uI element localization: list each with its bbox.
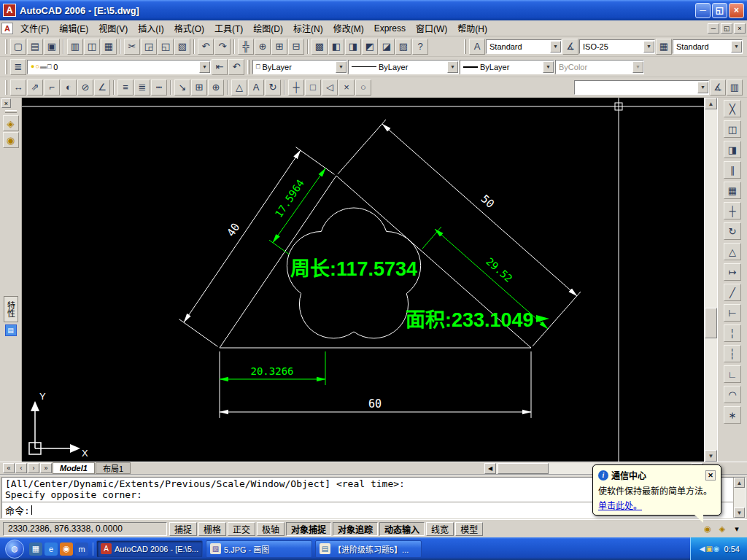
match-properties-icon[interactable]: ▧ [174,39,190,55]
open-icon[interactable]: ▤ [27,39,43,55]
text-style-combo[interactable]: Standard ▼ [486,39,562,54]
model-space-canvas[interactable]: 40 50 60 17.5964 29.52 20.3266 [22,98,704,462]
snap-endpoint-icon[interactable]: □ [305,79,321,96]
palette-icon[interactable]: ▤ [5,324,17,336]
vertical-scrollbar[interactable]: ▲ ▼ [704,98,717,462]
quick-dimension-icon[interactable]: ≡ [117,79,133,96]
make-object-layer-current-icon[interactable]: ⇤ [212,59,228,75]
menu-item[interactable]: 修改(M) [328,20,369,36]
toggle-lwt[interactable]: 线宽 [426,522,454,536]
dim40-text[interactable]: 40 [224,221,242,239]
scale-icon[interactable]: △ [724,243,741,260]
dimension-style-combo[interactable]: ▼ [574,80,709,95]
radius-dimension-icon[interactable]: ◐ [61,79,77,96]
scroll-up-icon[interactable]: ▲ [705,98,717,109]
break-icon[interactable]: ┆ [724,345,741,362]
dim40-line[interactable] [184,150,301,322]
move-icon[interactable]: ┼ [724,202,741,219]
scrollbar-track[interactable] [734,488,745,508]
menu-item[interactable]: 帮助(H) [452,20,492,36]
menu-item[interactable]: 工具(T) [209,20,248,36]
tab-nav-button[interactable]: ‹ [15,463,27,473]
dim29-text[interactable]: 29.52 [484,255,514,284]
fillet-icon[interactable]: ◠ [724,386,741,403]
break-at-point-icon[interactable]: ╎ [724,324,741,342]
tolerance-icon[interactable]: ⊞ [191,79,207,96]
dimension-style-icon[interactable]: ∡ [710,79,726,96]
designcenter-icon[interactable]: ◧ [328,39,344,55]
rotate-icon[interactable]: ↻ [724,222,741,240]
layer-translator-icon[interactable]: ▥ [727,79,743,96]
plot-preview-icon[interactable]: ◫ [84,39,100,55]
array-icon[interactable]: ▦ [724,182,741,199]
start-button[interactable]: ◍ [5,540,24,559]
inquiry-distance-icon[interactable]: ◈ [3,115,19,131]
drawing-file-icon[interactable]: A [1,23,13,34]
tray-security-icon[interactable]: ▣ [705,545,712,553]
zoom-realtime-icon[interactable]: ⊕ [255,39,271,55]
dim-style-combo[interactable]: ISO-25 ▼ [579,39,655,54]
qnew-icon[interactable]: ▢ [10,39,26,55]
quick-launch-msn-icon[interactable]: m [75,542,88,556]
command-scrollbar[interactable]: ▲ ▼ [733,478,745,518]
continue-dimension-icon[interactable]: ┅ [151,79,167,96]
mdi-restore-button[interactable]: ◱ [721,23,732,34]
pan-icon[interactable]: ╬ [238,39,254,55]
status-menu-icon[interactable]: ▾ [731,523,743,534]
zoom-previous-icon[interactable]: ⊟ [288,39,304,55]
redo-icon[interactable]: ↷ [214,39,231,55]
tab-nav-button[interactable]: › [28,463,39,473]
dimension-text-edit-icon[interactable]: A [248,79,264,96]
scrollbar-thumb[interactable] [498,463,549,474]
menu-item[interactable]: 窗口(W) [411,20,452,36]
balloon-link[interactable]: 单击此处。 [598,499,642,511]
quick-calc-icon[interactable]: ▨ [395,39,411,55]
markup-set-manager-icon[interactable]: ◪ [379,39,395,55]
toggle-model[interactable]: 模型 [455,522,483,536]
menu-item[interactable]: 文件(F) [15,20,54,36]
dim60-text[interactable]: 60 [368,397,382,411]
dim29-ext-line[interactable] [422,227,441,249]
layer-previous-icon[interactable]: ↶ [228,59,244,75]
chevron-down-icon[interactable]: ▼ [447,61,458,73]
snap-midpoint-icon[interactable]: ◁ [322,79,338,96]
snap-intersection-icon[interactable]: × [338,79,355,96]
toolbar-grip[interactable] [5,39,7,54]
explode-icon[interactable]: ∗ [724,406,741,424]
mdi-minimize-button[interactable]: ─ [708,23,719,34]
properties-icon[interactable]: ▩ [311,39,328,55]
scrollbar-track[interactable] [705,338,717,450]
tab-model[interactable]: Model1 [53,462,95,474]
cut-icon[interactable]: ✂ [124,39,140,55]
close-toolbar-icon[interactable]: × [1,98,11,108]
chevron-down-icon[interactable]: ▼ [336,61,347,73]
chevron-down-icon[interactable]: ▼ [543,61,554,73]
trim-icon[interactable]: ╱ [724,284,741,301]
toggle-otrack[interactable]: 对象追踪 [333,522,378,536]
restore-button[interactable]: ◱ [712,3,727,18]
communication-center-icon[interactable]: ◉ [702,523,713,534]
taskbar-task-document[interactable]: ▤ 【进阶级练习题5】... [315,540,422,558]
diameter-dimension-icon[interactable]: ⊘ [77,79,93,96]
toolbar-grip[interactable] [464,39,466,54]
linear-dimension-icon[interactable]: ↔ [10,79,26,96]
taskbar-task-autocad[interactable]: A AutoCAD 2006 - [E:\5... [96,540,203,558]
dim17-ext-line[interactable] [269,240,290,254]
angular-dimension-icon[interactable]: ∠ [94,79,110,96]
dim40-ext-line[interactable] [179,319,218,347]
baseline-dimension-icon[interactable]: ≣ [134,79,150,96]
quick-launch-ie-icon[interactable]: e [44,542,58,556]
erase-icon[interactable]: ╳ [724,100,741,117]
tray-volume-icon[interactable]: ◉ [713,545,720,553]
toolbar-grip[interactable] [5,60,7,74]
toggle-snap[interactable]: 捕捉 [169,522,197,536]
dim40-ext-line[interactable] [296,147,335,175]
menu-item[interactable]: 格式(O) [169,20,209,36]
scrollbar-thumb[interactable] [705,308,717,338]
snap-center-icon[interactable]: ○ [355,79,371,96]
inquiry-area-icon[interactable]: ◉ [3,132,19,148]
layer-properties-manager-icon[interactable]: ≣ [10,59,26,75]
help-icon[interactable]: ? [412,39,428,55]
scroll-down-icon[interactable]: ▼ [705,450,717,462]
plot-icon[interactable]: ▥ [67,39,83,55]
